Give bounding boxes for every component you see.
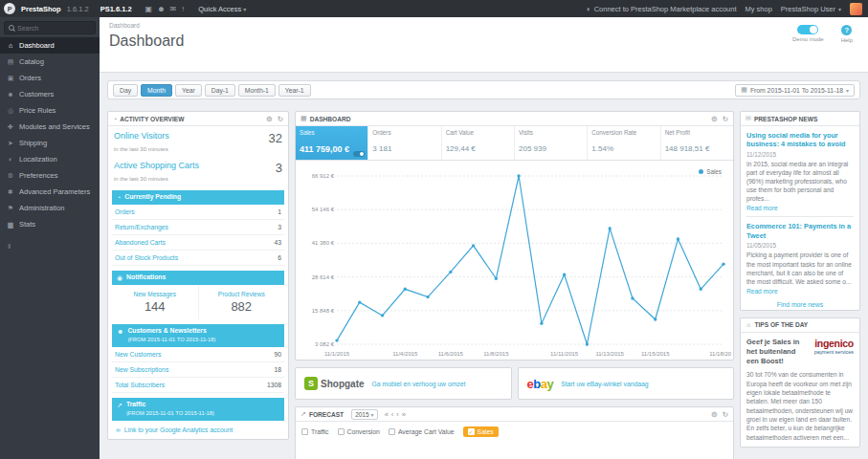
updates-icon[interactable]: ↑ xyxy=(181,5,185,13)
range-button-day-1[interactable]: Day-1 xyxy=(205,84,235,97)
range-button-year[interactable]: Year xyxy=(175,84,202,97)
forecast-legend-sales[interactable]: Sales xyxy=(463,426,499,437)
sidebar-item-customers[interactable]: ☻ Customers xyxy=(0,86,100,102)
range-button-month[interactable]: Month xyxy=(141,84,172,97)
sidebar-item-dashboard[interactable]: ⌂ Dashboard xyxy=(0,37,100,54)
forecast-icon: ↗ xyxy=(300,410,306,418)
range-button-year-1[interactable]: Year-1 xyxy=(278,84,311,97)
sidebar-collapse-button[interactable]: ‖ xyxy=(0,232,100,260)
search-input[interactable] xyxy=(17,25,88,32)
gear-icon[interactable]: ⚙ xyxy=(711,115,718,123)
tips-headline: Geef je Sales in het buitenland een Boos… xyxy=(746,338,800,366)
checkbox-icon[interactable] xyxy=(338,428,345,435)
forecast-legend-traffic[interactable]: Traffic xyxy=(301,428,329,435)
refresh-icon[interactable]: ↻ xyxy=(278,115,283,123)
article-body: In 2015, social media are an integral pa… xyxy=(746,160,854,203)
shop-name-link[interactable]: PS1.6.1.2 xyxy=(100,5,132,13)
top-navbar: P PrestaShop 1.6.1.2 PS1.6.1.2 ▣☻✉↑ Quic… xyxy=(0,0,868,17)
sidebar-search[interactable] xyxy=(4,21,96,34)
sidebar-item-modules-and-services[interactable]: ✚ Modules and Services xyxy=(0,119,100,135)
kpi-toggle[interactable] xyxy=(353,151,365,157)
kpi-orders[interactable]: Orders 3 181 xyxy=(368,126,441,160)
shopgate-promo: S Shopgate Ga mobiel en verhoog uw omzet xyxy=(295,367,512,400)
range-button-month-1[interactable]: Month-1 xyxy=(238,84,276,97)
kpi-visits[interactable]: Visits 205 939 xyxy=(515,126,588,160)
checkbox-icon[interactable] xyxy=(389,428,395,435)
kpi-net-profit[interactable]: Net Profit 148 918,51 € xyxy=(661,126,733,160)
puzzle-icon: ✚ xyxy=(7,123,14,131)
messages-icon[interactable]: ✉ xyxy=(170,5,177,13)
demo-mode-toggle[interactable]: Demo mode xyxy=(792,25,824,43)
sidebar-item-preferences[interactable]: ⚙ Preferences xyxy=(0,167,100,184)
read-more-link[interactable]: Read more xyxy=(746,205,854,211)
gear-icon[interactable]: ⚙ xyxy=(266,115,273,123)
next-page-icon[interactable]: › xyxy=(396,410,399,419)
shopgate-link[interactable]: Ga mobiel en verhoog uw omzet xyxy=(372,381,466,387)
customers-rows: New Customers 90 New Subscriptions 18 To… xyxy=(108,347,288,393)
help-button[interactable]: ? Help xyxy=(841,25,853,43)
article-divider xyxy=(746,216,854,217)
checkbox-icon[interactable] xyxy=(468,428,475,435)
ebay-logo: ebay xyxy=(527,377,554,391)
prestashop-logo-icon[interactable]: P xyxy=(4,3,15,14)
svg-text:11/1/2015: 11/1/2015 xyxy=(323,351,349,357)
sidebar-item-stats[interactable]: ▆ Stats xyxy=(0,216,100,232)
article-title[interactable]: Using social media for your business: 4 … xyxy=(746,131,854,149)
find-more-news-link[interactable]: Find more news xyxy=(741,297,859,310)
prev-page-icon[interactable]: ‹ xyxy=(391,410,394,419)
forecast-year-select[interactable]: 2015 xyxy=(351,409,377,420)
refresh-icon[interactable]: ↻ xyxy=(723,115,728,123)
date-range-picker[interactable]: ▦ From 2015-11-01 To 2015-11-18 xyxy=(735,84,855,97)
online-visitors-link[interactable]: Online Visitors xyxy=(114,131,169,141)
tips-text: 30 tot 70% van de consumenten in Europa … xyxy=(746,370,854,442)
sidebar-item-advanced-parameters[interactable]: ✱ Advanced Parameters xyxy=(0,184,100,200)
my-shop-link[interactable]: My shop xyxy=(746,5,772,13)
chart-legend[interactable]: Sales xyxy=(699,168,722,175)
customers-icon[interactable]: ☻ xyxy=(157,5,165,13)
ebay-link[interactable]: Start uw eBay-winkel vandaag xyxy=(561,381,648,387)
news-article: Ecommerce 101: Payments in a Tweet 11/05… xyxy=(746,222,854,294)
home-icon: ⌂ xyxy=(7,42,14,49)
dashboard-icon: ▦ xyxy=(300,115,307,122)
sidebar-item-price-rules[interactable]: ◎ Price Rules xyxy=(0,102,100,119)
svg-text:11/6/2015: 11/6/2015 xyxy=(437,351,463,357)
breadcrumb[interactable]: Dashboard xyxy=(109,22,858,29)
sidebar-item-administration[interactable]: ⚑ Administration xyxy=(0,200,100,216)
refresh-icon[interactable]: ↻ xyxy=(723,410,728,419)
folder-icon: ▤ xyxy=(7,58,14,66)
google-analytics-link[interactable]: ∞ Link to your Google Analytics account xyxy=(108,421,288,439)
quick-access-menu[interactable]: Quick Access xyxy=(198,5,246,13)
last-page-icon[interactable]: » xyxy=(402,410,406,419)
marketplace-icon: ◐ xyxy=(587,5,591,13)
forecast-legend-average-cart-value[interactable]: Average Cart Value xyxy=(389,428,455,435)
dashboard-columns: ◔ ACTIVITY OVERVIEW ⚙ ↻ Online Visitors … xyxy=(100,107,868,459)
article-title[interactable]: Ecommerce 101: Payments in a Tweet xyxy=(746,222,854,240)
sidebar-item-shipping[interactable]: ➤ Shipping xyxy=(0,135,100,151)
user-avatar[interactable] xyxy=(850,3,862,15)
version-label: 1.6.1.2 xyxy=(67,5,89,13)
checkbox-icon[interactable] xyxy=(301,428,308,435)
notifications-section-header: ◉ Notifications xyxy=(112,271,284,285)
cart-icon[interactable]: ▣ xyxy=(145,5,153,13)
notification-cell-new-messages[interactable]: New Messages 144 xyxy=(112,285,198,319)
kpi-conversion-rate[interactable]: Conversion Rate 1.54% xyxy=(588,126,660,160)
range-button-day[interactable]: Day xyxy=(113,84,138,97)
toggle-on-icon[interactable] xyxy=(797,25,818,34)
notification-cell-product-reviews[interactable]: Product Reviews 882 xyxy=(198,285,285,319)
sidebar-item-orders[interactable]: ▣ Orders xyxy=(0,70,100,86)
active-carts-link[interactable]: Active Shopping Carts xyxy=(114,161,199,170)
first-page-icon[interactable]: « xyxy=(385,410,389,419)
kpi-cart-value[interactable]: Cart Value 129,44 € xyxy=(442,126,515,160)
marketplace-link[interactable]: ◐ Connect to PrestaShop Marketplace acco… xyxy=(587,5,737,13)
kpi-sales[interactable]: Sales 411 759,00 € xyxy=(296,126,368,160)
svg-text:11/11/2015: 11/11/2015 xyxy=(550,351,579,357)
gear-icon[interactable]: ⚙ xyxy=(711,410,718,419)
forecast-chart-area xyxy=(296,442,733,459)
forecast-legend-conversion[interactable]: Conversion xyxy=(338,428,380,435)
sidebar-item-catalog[interactable]: ▤ Catalog xyxy=(0,54,100,70)
topbar-right: ◐ Connect to PrestaShop Marketplace acco… xyxy=(587,3,864,15)
sidebar-item-localization[interactable]: ◐ Localization xyxy=(0,151,100,167)
people-icon: ☻ xyxy=(117,327,123,336)
read-more-link[interactable]: Read more xyxy=(746,288,854,295)
user-menu[interactable]: PrestaShop User xyxy=(781,5,841,13)
